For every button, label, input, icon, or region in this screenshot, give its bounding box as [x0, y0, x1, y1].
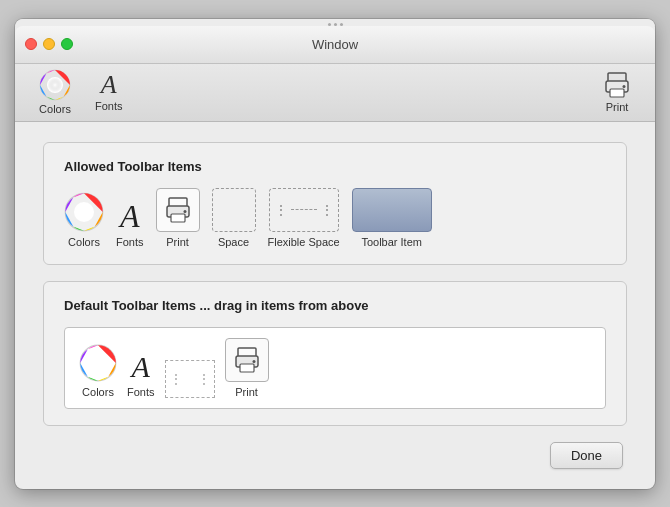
close-button[interactable] [25, 38, 37, 50]
default-flexible-space-item[interactable]: ⋮ ⋮ [165, 360, 215, 398]
allowed-toolbar-item-label: Toolbar Item [361, 236, 422, 248]
toolbar-colors-label: Colors [39, 103, 71, 115]
allowed-colors-icon [64, 192, 104, 232]
default-print-icon [233, 346, 261, 374]
titlebar: Window [15, 26, 655, 64]
default-print-box [225, 338, 269, 382]
svg-rect-11 [171, 214, 185, 222]
default-fonts-icon: A [132, 352, 150, 382]
default-flexible-space-box: ⋮ ⋮ [165, 360, 215, 398]
default-colors-icon [79, 344, 117, 382]
minimize-button[interactable] [43, 38, 55, 50]
allowed-print-label: Print [166, 236, 189, 248]
default-colors-item[interactable]: Colors [79, 344, 117, 398]
svg-point-8 [74, 202, 94, 222]
allowed-print-box [156, 188, 200, 232]
allowed-toolbar-item-item[interactable]: Toolbar Item [352, 188, 432, 248]
window-title: Window [312, 37, 358, 52]
allowed-fonts-label: Fonts [116, 236, 144, 248]
svg-point-12 [183, 210, 186, 213]
done-button[interactable]: Done [550, 442, 623, 469]
svg-point-18 [252, 360, 255, 363]
colors-icon [39, 69, 71, 101]
default-print-item[interactable]: Print [225, 338, 269, 398]
toolbar-fonts-item[interactable]: A Fonts [87, 68, 131, 116]
button-row: Done [43, 442, 627, 473]
allowed-items-row: Colors A Fonts [64, 188, 606, 248]
default-items-panel: Default Toolbar Items ... drag in items … [43, 281, 627, 426]
allowed-flexible-space-box: ⋮ ⋮ [269, 188, 339, 232]
toolbar-print-label: Print [606, 101, 629, 113]
toolbar: Colors A Fonts Print [15, 64, 655, 122]
default-fonts-item[interactable]: A Fonts [127, 352, 155, 398]
allowed-toolbar-item-box [352, 188, 432, 232]
allowed-flexible-space-item[interactable]: ⋮ ⋮ Flexible Space [268, 188, 340, 248]
allowed-items-title: Allowed Toolbar Items [64, 159, 606, 174]
toolbar-colors-item[interactable]: Colors [31, 65, 79, 119]
print-icon [603, 71, 631, 99]
window-controls [25, 38, 73, 50]
toolbar-print-item[interactable]: Print [595, 67, 639, 117]
default-print-label: Print [235, 386, 258, 398]
allowed-items-panel: Allowed Toolbar Items Col [43, 142, 627, 265]
allowed-colors-item[interactable]: Colors [64, 192, 104, 248]
flexible-arrow-left: ⋮ [274, 202, 288, 218]
allowed-fonts-icon: A [120, 200, 140, 232]
fonts-icon: A [101, 72, 117, 98]
allowed-flexible-space-label: Flexible Space [268, 236, 340, 248]
svg-point-2 [48, 78, 63, 93]
default-items-box: Colors A Fonts ⋮ ⋮ [64, 327, 606, 409]
maximize-button[interactable] [61, 38, 73, 50]
svg-point-14 [89, 353, 108, 372]
main-window: Window [15, 19, 655, 489]
default-fonts-label: Fonts [127, 386, 155, 398]
allowed-print-icon [164, 196, 192, 224]
svg-rect-17 [240, 364, 254, 372]
default-colors-label: Colors [82, 386, 114, 398]
allowed-space-item[interactable]: Space [212, 188, 256, 248]
content-area: Allowed Toolbar Items Col [15, 122, 655, 489]
allowed-space-box [212, 188, 256, 232]
svg-point-6 [623, 85, 626, 88]
allowed-space-label: Space [218, 236, 249, 248]
allowed-colors-label: Colors [68, 236, 100, 248]
flexible-line [291, 209, 317, 210]
default-flex-right: ⋮ [198, 372, 210, 386]
allowed-print-item[interactable]: Print [156, 188, 200, 248]
toolbar-fonts-label: Fonts [95, 100, 123, 112]
allowed-fonts-item[interactable]: A Fonts [116, 200, 144, 248]
default-items-title: Default Toolbar Items ... drag in items … [64, 298, 606, 313]
default-flex-left: ⋮ [170, 372, 182, 386]
svg-rect-5 [610, 89, 624, 97]
flexible-arrow-right: ⋮ [320, 202, 334, 218]
